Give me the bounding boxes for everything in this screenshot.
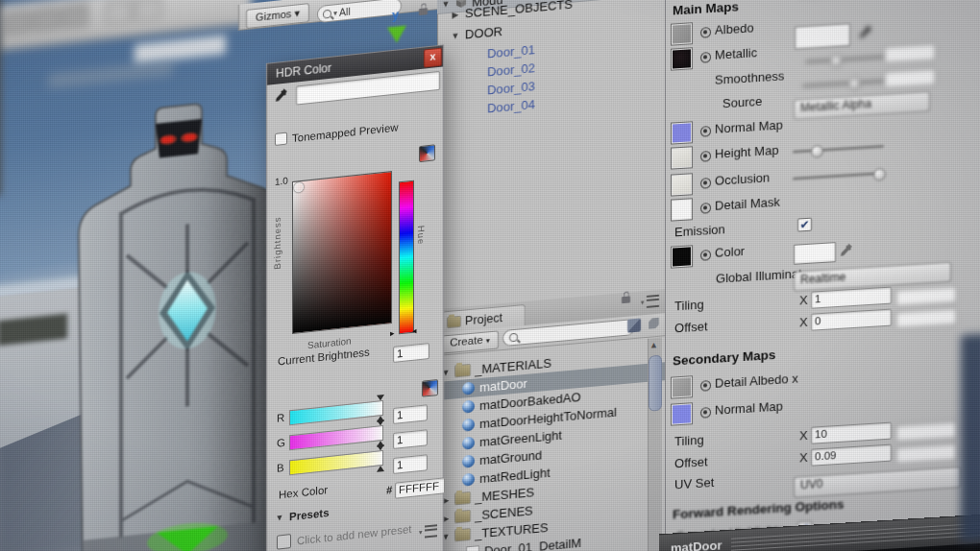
channel-b-slider[interactable] <box>289 450 383 475</box>
search-icon <box>323 9 331 18</box>
material-sphere-icon <box>462 382 475 395</box>
inspector-panel: Main Maps Albedo Metallic Smoothness Sou… <box>665 0 980 551</box>
preset-add-icon <box>277 534 291 550</box>
project-tab-label: Project <box>465 311 502 327</box>
channel-b-label: B <box>277 462 284 474</box>
material-sphere-icon <box>462 437 475 450</box>
move-tool-button[interactable] <box>4 10 31 36</box>
hierarchy-project-column: ▼ Modu ▶ SCENE_OBJECTS ▼ DOOR Door_01 Do… <box>437 0 673 551</box>
texture-icon <box>466 545 479 551</box>
occlusion-texture-slot[interactable] <box>671 173 693 196</box>
secondary-normal-map-texture-slot[interactable] <box>671 402 693 425</box>
offset-x-label: X <box>799 315 808 330</box>
folder-icon <box>448 316 460 326</box>
channel-g-label: G <box>277 437 285 449</box>
foldout-open-icon: ▼ <box>451 30 460 40</box>
albedo-color-swatch[interactable] <box>795 23 850 50</box>
source-label: Source <box>723 94 762 111</box>
height-map-texture-slot[interactable] <box>671 146 693 169</box>
eyedropper-icon[interactable] <box>859 24 872 41</box>
hex-color-label: Hex Color <box>279 484 328 500</box>
add-preset-button[interactable]: Click to add new preset <box>277 521 412 550</box>
scrollbar-thumb[interactable] <box>649 355 662 412</box>
channel-b-field[interactable]: 1 <box>393 454 428 474</box>
tiling-label: Tiling <box>674 298 704 314</box>
unity-editor-screen: Gizmos ▾ ▾ All y HDR Color x Tonemapped … <box>0 0 980 551</box>
toolbar-button[interactable] <box>106 0 133 24</box>
folder-open-icon <box>455 365 470 376</box>
rotate-tool-button[interactable] <box>33 6 60 32</box>
tonemapped-preview-checkbox[interactable] <box>275 132 287 146</box>
add-preset-label: Click to add new preset <box>297 522 412 546</box>
presets-foldout[interactable]: ▼ Presets <box>275 507 330 524</box>
hierarchy-item-label: DOOR <box>465 24 502 41</box>
hue-marker-left-icon[interactable]: ▸ <box>390 329 395 337</box>
smoothness-value-field[interactable] <box>884 68 936 88</box>
saturation-brightness-picker[interactable] <box>292 171 392 334</box>
y-axis-gizmo-cone[interactable] <box>387 25 406 43</box>
material-sphere-icon <box>462 455 475 468</box>
albedo-label: Albedo <box>715 20 753 36</box>
color-mode-cycle-icon[interactable] <box>419 144 435 162</box>
metallic-texture-slot[interactable] <box>671 47 693 70</box>
gizmos-label: Gizmos <box>256 8 291 23</box>
hierarchy-item-label: Door_04 <box>487 97 535 115</box>
channel-r-field[interactable]: 1 <box>393 404 428 424</box>
door-model <box>63 69 294 551</box>
hex-color-field[interactable]: FFFFFF <box>395 477 445 498</box>
normal-map-texture-slot[interactable] <box>671 121 693 144</box>
emission-checkbox[interactable]: ✔ <box>797 218 812 232</box>
current-brightness-label: Current Brightness <box>278 346 370 367</box>
preview-material-title: matDoor <box>671 538 722 551</box>
dropdown-arrow-icon: ▾ <box>294 7 300 19</box>
brightness-max-label: 1.0 <box>275 175 288 186</box>
hue-marker-right-icon[interactable]: ◂ <box>412 326 417 334</box>
current-brightness-field[interactable]: 1 <box>393 343 429 363</box>
material-sphere-icon <box>462 400 475 414</box>
channel-r-slider[interactable] <box>289 400 383 425</box>
emission-color-texture-slot[interactable] <box>671 245 693 268</box>
channel-r-label: R <box>277 412 284 424</box>
lock-icon[interactable] <box>622 296 630 303</box>
tonemapped-preview-row: Tonemapped Preview <box>275 120 399 146</box>
door-model-render <box>63 69 294 551</box>
detail-albedo-texture-slot[interactable] <box>671 375 693 398</box>
hue-slider[interactable] <box>399 180 414 335</box>
hierarchy-item-label: Door_01 <box>487 42 535 60</box>
close-icon[interactable]: x <box>424 48 442 68</box>
scene-search-filter-label: All <box>339 6 351 18</box>
project-item-label: matDoor <box>479 376 527 395</box>
channel-g-slider[interactable] <box>289 425 383 450</box>
secondary-offset-label: Offset <box>674 454 707 470</box>
scroll-up-icon[interactable]: ▲ <box>649 340 658 350</box>
secondary-tiling-x-label: X <box>799 428 808 443</box>
eyedropper-icon[interactable] <box>275 86 288 103</box>
eyedropper-icon[interactable] <box>840 242 853 259</box>
panel-menu-icon[interactable]: ▾ <box>641 295 659 309</box>
detail-mask-texture-slot[interactable] <box>671 198 693 221</box>
albedo-texture-slot[interactable] <box>671 22 693 45</box>
picker-marker[interactable] <box>294 182 304 193</box>
emission-color-swatch[interactable] <box>794 242 836 265</box>
preset-menu-icon[interactable]: ▾ <box>419 524 437 539</box>
metallic-value-field[interactable] <box>884 43 936 63</box>
tonemapped-preview-label: Tonemapped Preview <box>292 121 399 144</box>
folder-icon <box>455 511 470 522</box>
emission-color-label: Color <box>715 244 745 260</box>
color-mode-cycle-icon[interactable] <box>422 379 438 397</box>
toolbar-button[interactable] <box>135 0 161 21</box>
channel-g-field[interactable]: 1 <box>393 429 428 449</box>
axis-y-label: y <box>392 7 399 22</box>
emission-label: Emission <box>674 222 725 239</box>
scale-tool-button[interactable] <box>61 3 88 29</box>
hdr-window-title: HDR Color <box>276 61 331 81</box>
tiling-x-label: X <box>799 293 808 308</box>
hdr-color-window: HDR Color x Tonemapped Preview 1.0 Brigh… <box>266 44 444 551</box>
folder-icon <box>455 492 470 504</box>
search-by-type-icon[interactable] <box>627 318 641 332</box>
secondary-tiling-label: Tiling <box>674 433 704 449</box>
hex-prefix: # <box>386 484 392 496</box>
hierarchy-item-label: Door_02 <box>487 60 535 79</box>
search-filter-arrow-icon: ▾ <box>333 9 337 17</box>
lock-icon[interactable] <box>419 8 428 15</box>
